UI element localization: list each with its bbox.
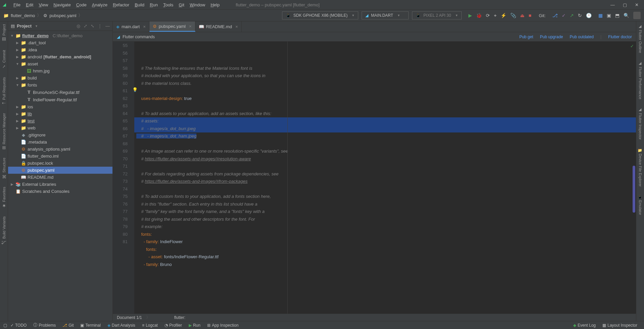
code-line-69[interactable]: # For details regarding adding assets fr…: [134, 170, 636, 178]
push-icon[interactable]: ↗: [570, 13, 574, 18]
stop-button[interactable]: ⏏: [520, 13, 524, 18]
minimize-button[interactable]: —: [610, 2, 615, 7]
scratches[interactable]: 📋 Scratches and Consoles: [8, 188, 112, 195]
tree-item--gitignore[interactable]: ◆.gitignore: [8, 131, 112, 139]
menu-build[interactable]: Build: [132, 2, 147, 7]
scrollbar-thumb[interactable]: [633, 166, 635, 213]
left-tab-build-variants[interactable]: ⎇Build Variants: [1, 216, 6, 245]
tree-item-asset[interactable]: ▼📁asset: [8, 60, 112, 67]
chevron-right-icon[interactable]: ▶: [15, 119, 19, 123]
code-line-55[interactable]: # The following line ensures that the Ma…: [134, 65, 636, 72]
tree-root[interactable]: ▼ 📁 flutter_demo C:\flutter_demo: [8, 32, 112, 39]
tree-item-pubspec-yaml[interactable]: ⚙pubspec.yaml: [8, 167, 112, 174]
code-line-58[interactable]: [134, 87, 636, 95]
menu-view[interactable]: View: [36, 2, 51, 7]
settings-icon[interactable]: ⋮: [98, 23, 102, 29]
target-selector[interactable]: 📱 PIXEL 2 API 30 ▼: [412, 11, 462, 19]
code-line-63[interactable]: # - images/a_dot_burr.jpeg: [134, 125, 636, 133]
chevron-right-icon[interactable]: ▶: [15, 126, 19, 130]
collapse-icon[interactable]: ⤡: [91, 23, 94, 29]
tab-main-dart[interactable]: ◈ main.dart ×: [113, 21, 149, 32]
menu-edit[interactable]: Edit: [23, 2, 36, 7]
user-avatar[interactable]: [633, 12, 641, 19]
code-line-72[interactable]: # To add custom fonts to your applicatio…: [134, 193, 636, 201]
device-selector[interactable]: 📱 SDK GPHONE X86 (MOBILE) ▼: [282, 11, 358, 19]
intention-bulb-icon[interactable]: 💡: [132, 87, 138, 92]
debug-button[interactable]: 🐞: [476, 13, 482, 18]
tree-item-android[interactable]: ▶📁android [flutter_demo_android]: [8, 53, 112, 60]
chevron-right-icon[interactable]: ▶: [10, 182, 14, 186]
flutter-doctor-link[interactable]: Flutter doctor: [608, 35, 632, 39]
chevron-down-icon[interactable]: ▼: [15, 83, 19, 87]
menu-run[interactable]: Run: [147, 2, 160, 7]
tree-item-build[interactable]: ▶📁build: [8, 74, 112, 81]
hide-icon[interactable]: —: [105, 23, 110, 29]
tree-item-test[interactable]: ▶📁test: [8, 117, 112, 124]
code-line-79[interactable]: fonts:: [134, 246, 636, 254]
menu-tools[interactable]: Tools: [160, 2, 176, 7]
code-line-77[interactable]: fonts:: [134, 231, 636, 238]
code-line-61[interactable]: # To add assets to your application, add…: [134, 110, 636, 118]
breadcrumb-project[interactable]: flutter_demo: [11, 13, 35, 18]
menu-git[interactable]: Git: [176, 2, 187, 7]
profiler-tab[interactable]: ◔Profiler: [161, 323, 185, 328]
project-title[interactable]: Project: [17, 23, 32, 29]
code-line-73[interactable]: # in this "flutter" section. Each entry …: [134, 201, 636, 208]
left-tab-resource-manager[interactable]: ⊞Resource Manager: [1, 113, 6, 150]
code-line-57[interactable]: # the material Icons class.: [134, 80, 636, 88]
tab-readme[interactable]: 📖 README.md ×: [195, 21, 242, 32]
app-inspection-tab[interactable]: ⊞App Inspection: [204, 323, 242, 328]
right-tab-flutter-outline[interactable]: ◢Flutter Outline: [638, 24, 642, 53]
history-icon[interactable]: 🕐: [586, 13, 592, 18]
close-icon[interactable]: ×: [235, 24, 238, 29]
code-line-78[interactable]: - family: IndieFlower: [134, 238, 636, 246]
pub-upgrade-link[interactable]: Pub upgrade: [540, 35, 563, 39]
code-line-81[interactable]: - family: Bruno: [134, 261, 636, 269]
menu-refactor[interactable]: Refactor: [110, 2, 132, 7]
code-line-68[interactable]: [134, 163, 636, 170]
code-line-66[interactable]: # An image asset can refer to one or mor…: [134, 148, 636, 155]
tree-item-lib[interactable]: ▶📁lib: [8, 110, 112, 117]
tree-item-pubspec-lock[interactable]: 🔒pubspec.lock: [8, 160, 112, 167]
tree-item--metadata[interactable]: 📄.metadata: [8, 139, 112, 146]
git-tab[interactable]: ⎇Git: [59, 323, 77, 328]
dart-analysis-tab[interactable]: ◈Dart Analysis: [104, 323, 139, 328]
code-line-74[interactable]: # "family" key with the font family name…: [134, 208, 636, 216]
target-icon[interactable]: ◎: [77, 23, 80, 29]
right-tab-device-file-explorer[interactable]: 📁Device File Explorer: [638, 148, 642, 186]
right-tab-flutter-performance[interactable]: ◢Flutter Performance: [638, 61, 642, 99]
left-tab-structure[interactable]: ⌘Structure: [1, 158, 6, 179]
sdk-manager-icon[interactable]: ⬒: [615, 13, 619, 18]
hot-reload-button[interactable]: ⚡: [501, 13, 506, 18]
tab-pubspec[interactable]: ⚙ pubspec.yaml ×: [149, 21, 195, 32]
device-manager-icon[interactable]: ▣: [607, 13, 611, 18]
layout-inspector-tab[interactable]: ▦Layout Inspector: [599, 323, 641, 328]
menu-window[interactable]: Window: [187, 2, 208, 7]
line-gutter[interactable]: 5556575859606162636465666768697071727374…: [113, 42, 131, 314]
menu-file[interactable]: File: [11, 2, 23, 7]
close-icon[interactable]: ×: [189, 24, 192, 29]
code-line-71[interactable]: [134, 185, 636, 193]
navigation-breadcrumb[interactable]: 📁 flutter_demo 〉 ⚙ pubspec.yaml 〉: [3, 12, 83, 18]
run-tab[interactable]: ▶Run: [185, 323, 204, 328]
menu-analyze[interactable]: Analyze: [89, 2, 110, 7]
event-log-tab[interactable]: ◆Event Log: [570, 323, 599, 328]
tree-item-ios[interactable]: ▶📁ios: [8, 103, 112, 110]
code-line-80[interactable]: - asset: fonts/IndieFlower-Regular.ttf: [134, 253, 636, 261]
branch-icon[interactable]: ⎇: [552, 13, 558, 18]
expand-icon[interactable]: ⤢: [84, 23, 87, 29]
inspection-ok-icon[interactable]: ✓: [630, 44, 634, 49]
breadcrumb-file[interactable]: pubspec.yaml: [49, 13, 76, 18]
close-icon[interactable]: ×: [143, 24, 146, 29]
tree-item-hmm-jpg[interactable]: 🖼hmm.jpg: [8, 67, 112, 74]
commit-icon[interactable]: ✓: [562, 13, 566, 18]
chevron-right-icon[interactable]: ▶: [15, 105, 19, 109]
menu-navigate[interactable]: Navigate: [51, 2, 73, 7]
close-button[interactable]: ✕: [635, 2, 639, 7]
run-config-selector[interactable]: ◢ MAIN.DART ▼: [362, 11, 409, 19]
left-tab-pull-requests[interactable]: ⇡Pull Requests: [1, 77, 6, 105]
right-tab-emulator[interactable]: 📱Emulator: [638, 195, 642, 215]
tree-item-fonts[interactable]: ▼📁fonts: [8, 81, 112, 89]
chevron-right-icon[interactable]: ▶: [15, 41, 19, 45]
problems-tab[interactable]: ⓘProblems: [30, 322, 59, 328]
